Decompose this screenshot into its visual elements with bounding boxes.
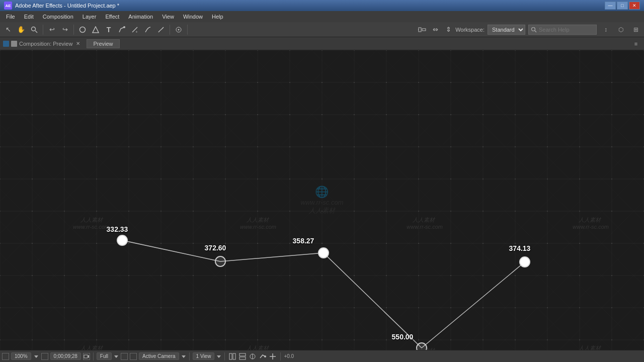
- toolbar-separator-3: [170, 25, 170, 35]
- resolution-dropdown[interactable]: [114, 354, 119, 359]
- hand-tool[interactable]: ✋: [15, 24, 27, 36]
- status-icon-4[interactable]: [130, 353, 137, 360]
- toolbar-extra-3[interactable]: ⊞: [630, 24, 642, 36]
- add-vertex-tool[interactable]: +: [129, 24, 141, 36]
- menu-view[interactable]: View: [158, 13, 178, 21]
- redo-tool[interactable]: ↪: [59, 24, 71, 36]
- workspace-select[interactable]: Standard: [488, 25, 525, 35]
- svg-point-4: [123, 26, 125, 28]
- graph-node-node1[interactable]: [117, 235, 128, 246]
- workspace-label: Workspace:: [455, 27, 485, 33]
- oval-tool[interactable]: [76, 24, 89, 36]
- view-icon-2[interactable]: [238, 352, 247, 361]
- view-icons: [228, 352, 277, 361]
- view-icon-1[interactable]: [228, 352, 237, 361]
- title-bar: AE Adobe After Effects - Untitled Projec…: [0, 0, 644, 11]
- status-sep-4: [280, 352, 281, 360]
- views-select[interactable]: 1 View: [193, 352, 215, 360]
- text-tool[interactable]: T: [103, 24, 115, 36]
- panel-menu-button[interactable]: ≡: [631, 39, 641, 48]
- panel-title: Composition: Preview: [19, 41, 72, 47]
- graph-node-node2[interactable]: [215, 256, 226, 267]
- menu-effect[interactable]: Effect: [101, 13, 123, 21]
- menu-edit[interactable]: Edit: [20, 13, 38, 21]
- svg-marker-20: [114, 355, 118, 358]
- status-bar: 100% 0;00;09;28 Full Active Camera 1 Vie…: [0, 350, 644, 362]
- resolution-select[interactable]: Full: [97, 352, 112, 360]
- convert-vertex-tool[interactable]: [142, 24, 154, 36]
- status-icon-1[interactable]: [2, 353, 9, 360]
- grid-canvas: [0, 50, 644, 350]
- toolbar-extra-1[interactable]: ↕: [600, 24, 612, 36]
- panel-icon-2: [11, 41, 17, 47]
- svg-line-1: [35, 31, 37, 33]
- camera-icon[interactable]: [83, 353, 90, 360]
- view-icon-3[interactable]: [248, 352, 257, 361]
- view-icon-4[interactable]: [258, 352, 267, 361]
- workspace-area: Workspace: Standard ↕ ⬡ ⊞: [455, 24, 642, 36]
- toolbar-extra-2[interactable]: ⬡: [615, 24, 627, 36]
- svg-point-0: [32, 27, 36, 31]
- preview-tab[interactable]: Preview: [87, 39, 119, 48]
- zoom-tool[interactable]: [28, 24, 40, 36]
- panel-header: Composition: Preview ✕ Preview ≡: [0, 37, 644, 50]
- close-button[interactable]: ✕: [629, 2, 640, 10]
- svg-rect-25: [239, 353, 246, 356]
- window-title: Adobe After Effects - Untitled Project.a…: [15, 3, 119, 9]
- svg-marker-19: [88, 355, 89, 358]
- svg-point-7: [178, 29, 180, 30]
- views-dropdown[interactable]: [216, 354, 221, 359]
- toolbar: ↖ ✋ ↩ ↪ T + ⇔ ⇕ Workspace: Standard: [0, 22, 644, 37]
- clone-stamp-tool[interactable]: [173, 24, 185, 36]
- status-sep-1: [93, 352, 94, 360]
- app-icon: AE: [4, 2, 12, 10]
- view-icon-5[interactable]: [268, 352, 277, 361]
- status-icon-2[interactable]: [41, 353, 48, 360]
- align-left-icon[interactable]: [416, 24, 428, 36]
- toolbar-separator-1: [43, 25, 43, 35]
- graph-node-node4[interactable]: [416, 342, 427, 350]
- extra-value: +0.0: [284, 353, 294, 359]
- toolbar-separator-4: [187, 25, 188, 35]
- svg-marker-17: [34, 355, 38, 358]
- align-right-icon[interactable]: ⇕: [442, 24, 454, 36]
- camera-select[interactable]: Active Camera: [139, 352, 179, 360]
- menu-file[interactable]: File: [2, 13, 19, 21]
- minimize-button[interactable]: —: [605, 2, 616, 10]
- align-center-icon[interactable]: ⇔: [429, 24, 441, 36]
- panel-icon-1: [3, 41, 9, 47]
- svg-point-2: [80, 27, 86, 32]
- timecode[interactable]: 0;00;09;28: [50, 352, 81, 360]
- undo-tool[interactable]: ↩: [46, 24, 58, 36]
- graph-node-node3[interactable]: [318, 247, 329, 258]
- camera-dropdown[interactable]: [181, 354, 186, 359]
- search-help-input[interactable]: [539, 27, 594, 33]
- canvas-area: 332.33372.60358.27550.00374.13人人素材www.rr…: [0, 50, 644, 350]
- feather-tool[interactable]: [155, 24, 167, 36]
- svg-rect-26: [239, 357, 246, 359]
- svg-rect-24: [233, 353, 235, 359]
- maximize-button[interactable]: □: [617, 2, 628, 10]
- title-left: AE Adobe After Effects - Untitled Projec…: [4, 2, 119, 10]
- status-sep-3: [224, 352, 225, 360]
- zoom-dropdown-icon[interactable]: [33, 353, 39, 359]
- menu-animation[interactable]: Animation: [124, 13, 157, 21]
- menu-layer[interactable]: Layer: [78, 13, 101, 21]
- search-icon: [531, 27, 537, 33]
- window-controls[interactable]: — □ ✕: [605, 2, 640, 10]
- pen-tool[interactable]: [116, 24, 128, 36]
- svg-rect-18: [84, 355, 88, 358]
- toolbar-separator-2: [73, 25, 74, 35]
- svg-rect-23: [229, 353, 232, 359]
- menu-window[interactable]: Window: [179, 13, 207, 21]
- selection-tool[interactable]: ↖: [2, 24, 14, 36]
- zoom-level[interactable]: 100%: [11, 352, 31, 360]
- status-icon-3[interactable]: [121, 353, 128, 360]
- svg-rect-9: [422, 29, 426, 31]
- panel-close-button[interactable]: ✕: [74, 40, 82, 47]
- menu-composition[interactable]: Composition: [39, 13, 77, 21]
- svg-text:+: +: [135, 30, 138, 33]
- graph-node-node5[interactable]: [519, 256, 530, 267]
- menu-help[interactable]: Help: [208, 13, 227, 21]
- polygon-tool[interactable]: [90, 24, 102, 36]
